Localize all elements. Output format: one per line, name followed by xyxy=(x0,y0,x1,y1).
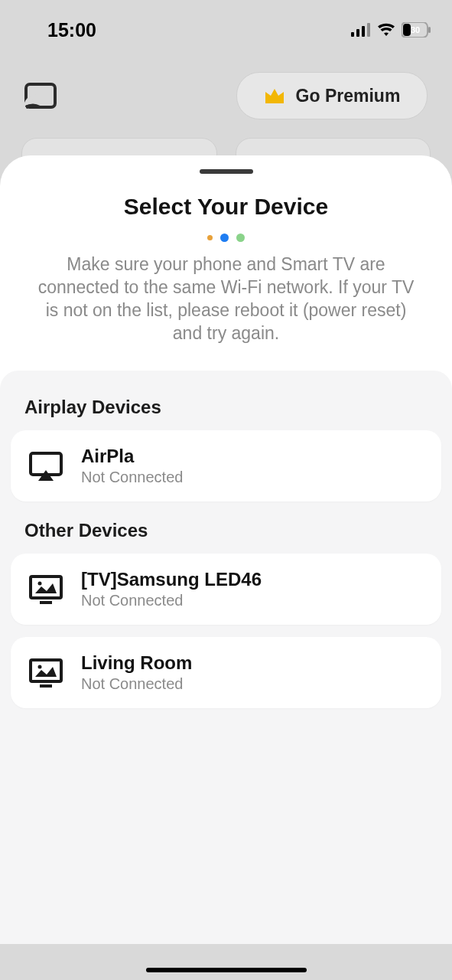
svg-rect-5 xyxy=(403,24,411,36)
sheet-description: Make sure your phone and Smart TV are co… xyxy=(0,253,452,345)
svg-rect-1 xyxy=(356,29,359,37)
svg-text:30: 30 xyxy=(411,25,420,34)
device-text: AirPla Not Connected xyxy=(81,446,183,486)
tv-icon xyxy=(28,657,64,689)
svg-rect-6 xyxy=(428,27,431,33)
sheet-title: Select Your Device xyxy=(124,194,328,220)
device-name: Living Room xyxy=(81,652,192,674)
tv-icon xyxy=(28,573,64,606)
device-sheet: Select Your Device Make sure your phone … xyxy=(0,155,452,944)
device-status: Not Connected xyxy=(81,675,192,693)
svg-rect-11 xyxy=(31,577,61,598)
svg-point-13 xyxy=(38,581,42,585)
airplay-section-title: Airplay Devices xyxy=(24,397,441,418)
device-text: [TV]Samsung LED46 Not Connected xyxy=(81,569,262,609)
airplay-icon xyxy=(28,450,64,482)
cellular-signal-icon xyxy=(351,23,371,37)
svg-point-16 xyxy=(38,665,42,668)
device-name: AirPla xyxy=(81,446,183,467)
dot-indicator xyxy=(220,234,229,242)
cast-icon[interactable] xyxy=(24,83,57,109)
dot-indicator xyxy=(236,234,245,242)
svg-rect-15 xyxy=(40,684,52,688)
device-row-airplay[interactable]: AirPla Not Connected xyxy=(11,430,441,501)
app-header: Go Premium xyxy=(0,65,452,126)
svg-rect-9 xyxy=(265,101,284,103)
device-name: [TV]Samsung LED46 xyxy=(81,569,262,590)
device-text: Living Room Not Connected xyxy=(81,652,192,693)
svg-rect-0 xyxy=(351,32,354,37)
device-status: Not Connected xyxy=(81,469,183,486)
page-dots xyxy=(207,234,245,242)
status-bar: 15:00 30 xyxy=(0,0,452,46)
wifi-icon xyxy=(377,23,395,37)
sheet-grabber[interactable] xyxy=(200,169,253,174)
home-indicator[interactable] xyxy=(146,968,307,972)
svg-rect-2 xyxy=(362,26,365,37)
go-premium-label: Go Premium xyxy=(296,86,401,106)
device-list-area: Airplay Devices AirPla Not Connected Oth… xyxy=(0,371,452,944)
status-time: 15:00 xyxy=(47,19,96,41)
go-premium-button[interactable]: Go Premium xyxy=(236,72,428,119)
status-right-cluster: 30 xyxy=(351,22,431,38)
crown-icon xyxy=(264,87,285,104)
other-section-title: Other Devices xyxy=(24,520,441,541)
svg-rect-14 xyxy=(31,660,61,681)
svg-rect-12 xyxy=(40,601,52,604)
device-row-samsung[interactable]: [TV]Samsung LED46 Not Connected xyxy=(11,554,441,625)
device-status: Not Connected xyxy=(81,592,262,609)
battery-icon: 30 xyxy=(402,22,431,38)
dot-indicator xyxy=(207,235,213,240)
svg-rect-3 xyxy=(367,23,370,37)
device-row-livingroom[interactable]: Living Room Not Connected xyxy=(11,637,441,708)
